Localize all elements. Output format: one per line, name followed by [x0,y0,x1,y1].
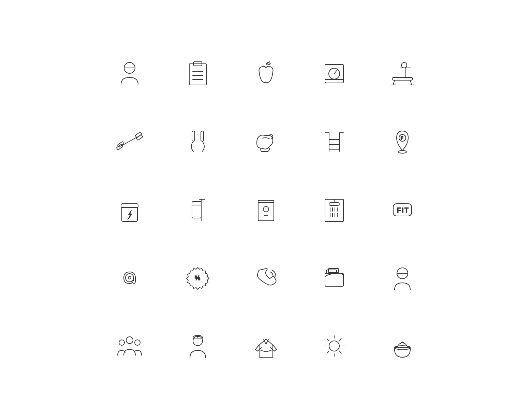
svg-rect-2 [189,64,206,85]
scale-icon [319,58,350,88]
icon-cell-wallet[interactable] [300,244,368,312]
user-icon [387,262,418,293]
icon-cell-clipboard[interactable] [164,39,232,107]
icon-cell-group[interactable] [95,312,164,380]
email-icon [114,262,145,293]
svg-point-35 [398,150,407,153]
svg-point-69 [119,340,124,345]
icon-cell-locker[interactable] [232,175,300,244]
trainer-icon [114,58,145,88]
svg-line-80 [327,339,329,341]
icon-grid: F [95,39,437,380]
svg-line-13 [410,80,412,85]
icon-cell-cream-jar[interactable] [368,312,437,380]
svg-point-18 [401,62,407,68]
boxing-glove-icon [251,126,281,157]
icon-cell-fit-badge[interactable]: FIT [368,175,437,244]
svg-rect-23 [136,135,143,141]
icon-cell-towel-rack[interactable] [164,175,232,244]
phone-icon [251,262,281,293]
icon-cell-shower[interactable] [300,175,368,244]
svg-point-68 [126,337,133,344]
svg-rect-48 [329,203,339,205]
nurse-icon [182,331,213,361]
svg-point-75 [329,341,339,351]
icon-cell-trainer[interactable] [95,39,164,107]
jump-rope-icon [182,126,213,157]
wallet-icon [319,262,350,293]
towel-rack-icon [182,194,213,225]
icon-cell-sun[interactable] [300,312,368,380]
fit-badge-icon: FIT [387,194,418,225]
icon-cell-phone[interactable] [232,244,300,312]
location-pin-icon: F [387,126,418,157]
svg-rect-42 [258,200,274,221]
svg-line-83 [327,351,329,353]
svg-rect-39 [192,202,201,218]
icon-cell-nurse[interactable] [164,312,232,380]
icon-cell-protein-powder[interactable] [95,175,164,244]
svg-point-61 [128,276,131,279]
svg-line-81 [339,351,341,353]
svg-line-12 [393,80,395,85]
svg-rect-25 [201,131,204,141]
karate-gi-icon [251,331,281,361]
svg-point-70 [135,340,140,345]
icon-cell-dumbbell[interactable] [95,107,164,175]
icon-cell-scale[interactable] [300,39,368,107]
apple-icon [251,58,281,88]
svg-point-43 [263,206,269,212]
svg-point-60 [125,274,134,282]
svg-text:%: % [195,275,200,281]
group-icon [114,331,145,361]
icon-cell-location-pin[interactable]: F [368,107,437,175]
clipboard-icon [182,58,213,88]
locker-icon [251,194,281,225]
shower-icon [319,194,350,225]
discount-icon: % [182,262,213,293]
icon-cell-karate-gi[interactable] [232,312,300,380]
svg-rect-24 [192,131,195,141]
icon-cell-jump-rope[interactable] [164,107,232,175]
svg-line-19 [122,137,137,146]
icon-cell-email[interactable] [95,244,164,312]
pool-icon [319,126,350,157]
svg-rect-11 [392,77,413,80]
sun-icon [319,331,350,361]
cream-jar-icon [387,331,418,361]
svg-line-9 [334,71,337,74]
icon-cell-pool[interactable] [300,107,368,175]
dumbbell-icon [114,126,145,157]
icon-cell-apple[interactable] [232,39,300,107]
svg-text:FIT: FIT [397,206,409,214]
svg-line-82 [339,339,341,341]
treadmill-icon [387,58,418,88]
svg-text:F: F [401,136,403,141]
protein-powder-icon [114,194,145,225]
icon-cell-boxing-glove[interactable] [232,107,300,175]
icon-cell-user[interactable] [368,244,437,312]
svg-rect-65 [328,269,339,273]
icon-cell-treadmill[interactable] [368,39,437,107]
icon-cell-discount[interactable]: % [164,244,232,312]
